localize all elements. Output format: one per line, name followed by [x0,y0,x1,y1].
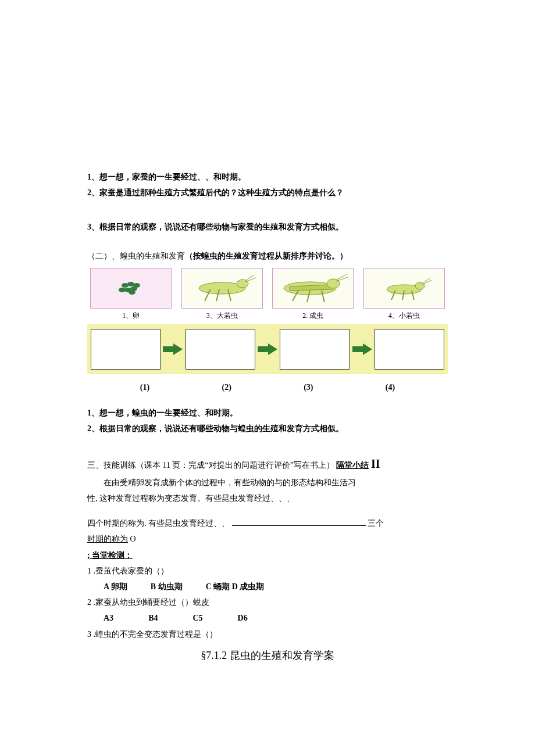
summary-line-4a: 时期的称为 [87,535,128,543]
seq-label-4: (4) [356,380,425,395]
figure-caption-2: 3、大若虫 [206,310,238,323]
spacer [87,201,448,218]
spacer [87,437,448,452]
summary-title: 隔堂小结 [336,461,369,470]
sequence-box-1[interactable] [91,329,160,370]
fill-blank-line[interactable] [232,525,366,526]
arrow-3 [351,343,373,355]
opt-2c: C5 [192,611,202,625]
section-2-lead: （二）、蝗虫的生殖和发育 [87,252,185,260]
spacer [87,236,448,248]
summary-line-4b: O [128,535,136,543]
sequence-row [87,324,448,374]
section-2-heading: （二）、蝗虫的生殖和发育（按蝗虫的生殖发育过程从新排序并讨论。） [87,249,448,263]
opt-2b: B4 [148,611,158,625]
skill-training-line: 三、技能训练（课本 11 页：完成“对提出的问题进行评价”写在书上） 隔堂小结 … [87,453,448,474]
sequence-box-4[interactable] [374,329,444,370]
test-question-1: 1 .蚕茧代表家蚕的（） [87,564,448,578]
section-2-bold: （按蝗虫的生殖发育过程从新排序并讨论。） [185,252,348,260]
opt-1b: B 幼虫期 [151,579,183,594]
svg-point-5 [119,288,126,292]
summary-line-4: 时期的称为 O [87,532,448,546]
locust-stage-images: 1、卵 3、大若虫 [87,268,448,323]
eggs-image [90,268,172,309]
locust-question-2: 2、根据日常的观察，说说还有哪些动物与蝗虫的生殖和发育方式相似。 [87,421,448,436]
figure-caption-4: 4、小若虫 [388,310,420,323]
spacer [87,395,448,404]
opt-1a: A 卵期 [104,579,127,594]
svg-point-8 [237,280,248,288]
sequence-labels: (1) (2) (3) (4) [87,377,448,395]
opt-2d: D6 [238,611,248,625]
figure-cell-4: 4、小若虫 [361,268,448,323]
svg-point-12 [415,282,425,289]
figure-caption-3: 2. 成虫 [302,310,323,323]
arrow-2 [256,343,279,355]
figure-cell-1: 1、卵 [87,268,175,323]
adult-image [272,268,354,309]
figure-cell-3: 2. 成虫 [269,268,357,323]
seq-label-1: (1) [110,380,179,395]
opt-1cd: C 蛹期 D 成虫期 [206,579,265,594]
footer-lesson-title: §7.1.2 昆虫的生殖和发育学案 [87,646,448,665]
small-nymph-image [363,268,445,309]
arrow-1 [162,343,184,355]
test-q2-options: A3 B4 C5 D6 [87,611,448,625]
svg-point-6 [129,290,135,295]
test-q1-options: A 卵期 B 幼虫期 C 蛹期 D 成虫期 [87,579,448,594]
large-nymph-image [181,268,263,309]
test-question-3: 3 .蝗虫的不完全变态发育过程是（） [87,627,448,642]
sequence-box-3[interactable] [280,329,349,370]
summary-line-3: 四个时期的称为. 有些昆虫发育经过、、 三个 [87,516,448,531]
question-1: 1、想一想，家蚕的一生要经过、、和时期。 [87,170,448,184]
seq-label-2: (2) [192,380,261,395]
opt-2a: A3 [104,611,113,625]
spacer [87,507,448,515]
summary-line-2: 性, 这种发育过程称为变态发育。有些昆虫发育经过、、、 [87,491,448,506]
skill-lead: 三、技能训练（课本 11 页：完成“对提出的问题进行评价”写在书上） [87,461,334,470]
figure-caption-1: 1、卵 [122,310,140,323]
summary-line-3a: 四个时期的称为. 有些昆虫发育经过、、 [87,519,230,528]
summary-line-1: 在由受精卵发育成新个体的过程中，有些动物的与的形态结构和生活习 [87,475,448,490]
test-heading: ; 当堂检测： [87,548,448,562]
locust-question-1: 1、想一想，蝗虫的一生要经过、和时期。 [87,406,448,420]
summary-roman: II [371,457,380,470]
test-question-2: 2 .家蚕从幼虫到蛹要经过（）蜕皮 [87,595,448,610]
worksheet-page: 1、想一想，家蚕的一生要经过、、和时期。 2、家蚕是通过那种生殖方式繁殖后代的？… [0,0,535,756]
question-2: 2、家蚕是通过那种生殖方式繁殖后代的？这种生殖方式的特点是什么？ [87,185,448,200]
figure-cell-2: 3、大若虫 [179,268,266,323]
svg-point-4 [133,283,140,288]
svg-point-10 [327,279,340,288]
question-3: 3、根据日常的观察，说说还有哪些动物与家蚕的生殖和发育方式相似。 [87,220,448,234]
seq-label-3: (3) [274,380,343,395]
summary-line-3b: 三个 [368,519,384,528]
sequence-box-2[interactable] [186,329,255,370]
